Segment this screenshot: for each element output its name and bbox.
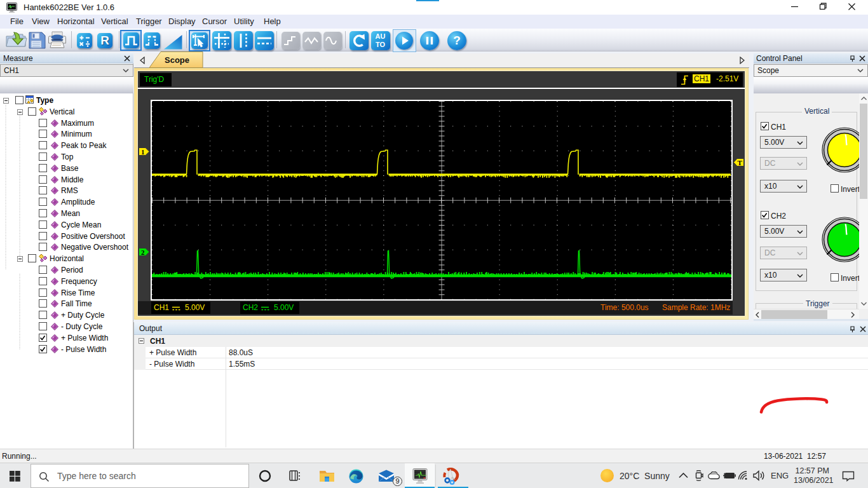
svg-text:T: T bbox=[738, 159, 743, 166]
svg-text:1: 1 bbox=[141, 148, 145, 156]
svg-text:2: 2 bbox=[141, 248, 145, 256]
